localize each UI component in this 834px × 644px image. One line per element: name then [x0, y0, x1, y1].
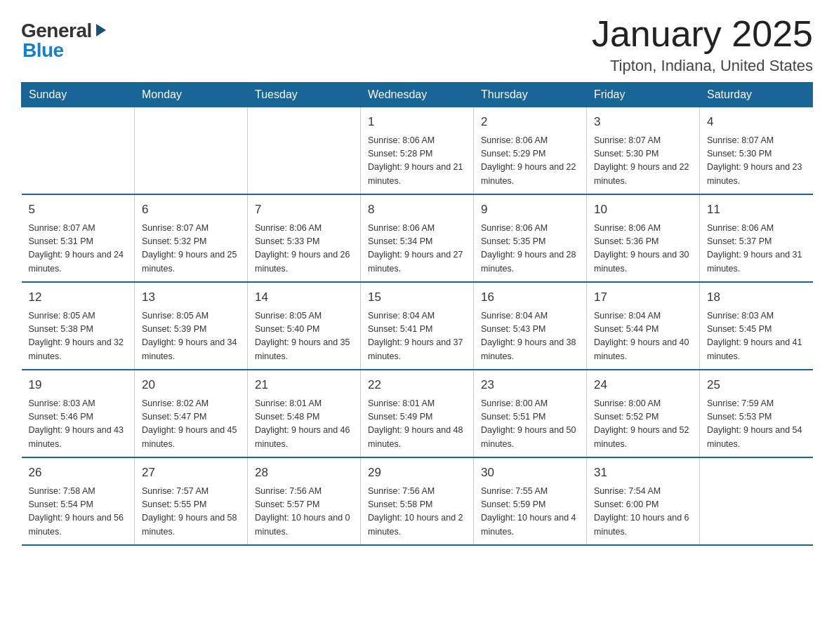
- day-number: 28: [255, 464, 353, 482]
- day-info-text: Sunrise: 8:02 AMSunset: 5:47 PMDaylight:…: [142, 397, 240, 452]
- calendar-day-cell: 1Sunrise: 8:06 AMSunset: 5:28 PMDaylight…: [361, 107, 474, 195]
- day-number: 31: [594, 464, 692, 482]
- calendar-table: SundayMondayTuesdayWednesdayThursdayFrid…: [21, 82, 813, 546]
- calendar-day-cell: 11Sunrise: 8:06 AMSunset: 5:37 PMDayligh…: [700, 194, 813, 282]
- day-number: 27: [142, 464, 240, 482]
- calendar-day-cell: 21Sunrise: 8:01 AMSunset: 5:48 PMDayligh…: [248, 370, 361, 457]
- day-info-text: Sunrise: 8:04 AMSunset: 5:43 PMDaylight:…: [481, 309, 579, 364]
- calendar-week-row: 1Sunrise: 8:06 AMSunset: 5:28 PMDaylight…: [22, 107, 813, 195]
- day-info-text: Sunrise: 7:56 AMSunset: 5:58 PMDaylight:…: [368, 485, 466, 539]
- calendar-week-row: 12Sunrise: 8:05 AMSunset: 5:38 PMDayligh…: [22, 282, 813, 370]
- calendar-day-cell: 8Sunrise: 8:06 AMSunset: 5:34 PMDaylight…: [361, 194, 474, 282]
- day-info-text: Sunrise: 8:05 AMSunset: 5:40 PMDaylight:…: [255, 309, 353, 364]
- day-info-text: Sunrise: 8:05 AMSunset: 5:38 PMDaylight:…: [29, 309, 128, 364]
- day-number: 8: [368, 201, 466, 219]
- day-info-text: Sunrise: 8:04 AMSunset: 5:41 PMDaylight:…: [368, 309, 466, 364]
- day-number: 13: [142, 288, 240, 307]
- day-info-text: Sunrise: 8:01 AMSunset: 5:48 PMDaylight:…: [255, 397, 353, 452]
- calendar-day-cell: 23Sunrise: 8:00 AMSunset: 5:51 PMDayligh…: [474, 370, 587, 457]
- day-number: 15: [368, 288, 466, 307]
- day-of-week-header: Sunday: [22, 83, 135, 107]
- logo-blue-text: Blue: [22, 41, 64, 60]
- day-info-text: Sunrise: 8:06 AMSunset: 5:34 PMDaylight:…: [368, 222, 466, 276]
- calendar-day-cell: 20Sunrise: 8:02 AMSunset: 5:47 PMDayligh…: [135, 370, 248, 457]
- calendar-day-cell: 30Sunrise: 7:55 AMSunset: 5:59 PMDayligh…: [474, 457, 587, 545]
- day-info-text: Sunrise: 8:01 AMSunset: 5:49 PMDaylight:…: [368, 397, 466, 452]
- day-info-text: Sunrise: 8:03 AMSunset: 5:45 PMDaylight:…: [707, 309, 806, 364]
- day-number: 25: [707, 376, 806, 394]
- calendar-day-cell: 17Sunrise: 8:04 AMSunset: 5:44 PMDayligh…: [587, 282, 700, 370]
- day-info-text: Sunrise: 8:06 AMSunset: 5:36 PMDaylight:…: [594, 222, 692, 276]
- calendar-day-cell: 25Sunrise: 7:59 AMSunset: 5:53 PMDayligh…: [700, 370, 813, 457]
- day-info-text: Sunrise: 8:00 AMSunset: 5:52 PMDaylight:…: [594, 397, 692, 452]
- calendar-day-cell: 19Sunrise: 8:03 AMSunset: 5:46 PMDayligh…: [22, 370, 135, 457]
- svg-marker-0: [96, 24, 106, 36]
- calendar-header: SundayMondayTuesdayWednesdayThursdayFrid…: [22, 83, 813, 107]
- calendar-day-cell: 10Sunrise: 8:06 AMSunset: 5:36 PMDayligh…: [587, 194, 700, 282]
- day-info-text: Sunrise: 8:07 AMSunset: 5:31 PMDaylight:…: [29, 222, 128, 276]
- day-of-week-header: Thursday: [474, 83, 587, 107]
- day-number: 16: [481, 288, 579, 307]
- calendar-day-cell: 15Sunrise: 8:04 AMSunset: 5:41 PMDayligh…: [361, 282, 474, 370]
- day-number: 2: [481, 113, 579, 131]
- day-info-text: Sunrise: 7:55 AMSunset: 5:59 PMDaylight:…: [481, 485, 579, 539]
- day-info-text: Sunrise: 8:03 AMSunset: 5:46 PMDaylight:…: [29, 397, 128, 452]
- day-info-text: Sunrise: 7:56 AMSunset: 5:57 PMDaylight:…: [255, 485, 353, 539]
- day-number: 23: [481, 376, 579, 394]
- calendar-day-cell: 4Sunrise: 8:07 AMSunset: 5:30 PMDaylight…: [700, 107, 813, 195]
- month-year-title: January 2025: [592, 14, 813, 54]
- day-of-week-header: Monday: [135, 83, 248, 107]
- calendar-week-row: 5Sunrise: 8:07 AMSunset: 5:31 PMDaylight…: [22, 194, 813, 282]
- calendar-day-cell: 14Sunrise: 8:05 AMSunset: 5:40 PMDayligh…: [248, 282, 361, 370]
- day-info-text: Sunrise: 8:07 AMSunset: 5:30 PMDaylight:…: [594, 134, 692, 189]
- day-number: 5: [29, 201, 128, 219]
- page-header: General Blue January 2025 Tipton, Indian…: [21, 14, 813, 75]
- day-of-week-header: Saturday: [700, 83, 813, 107]
- day-of-week-header: Friday: [587, 83, 700, 107]
- day-info-text: Sunrise: 7:54 AMSunset: 6:00 PMDaylight:…: [594, 485, 692, 539]
- day-number: 7: [255, 201, 353, 219]
- day-of-week-header: Wednesday: [361, 83, 474, 107]
- day-number: 19: [29, 376, 128, 394]
- day-info-text: Sunrise: 8:04 AMSunset: 5:44 PMDaylight:…: [594, 309, 692, 364]
- calendar-day-cell: 28Sunrise: 7:56 AMSunset: 5:57 PMDayligh…: [248, 457, 361, 545]
- days-of-week-row: SundayMondayTuesdayWednesdayThursdayFrid…: [22, 83, 813, 107]
- day-number: 30: [481, 464, 579, 482]
- calendar-day-cell: 6Sunrise: 8:07 AMSunset: 5:32 PMDaylight…: [135, 194, 248, 282]
- calendar-day-cell: 26Sunrise: 7:58 AMSunset: 5:54 PMDayligh…: [22, 457, 135, 545]
- day-info-text: Sunrise: 7:58 AMSunset: 5:54 PMDaylight:…: [29, 485, 128, 539]
- calendar-day-cell: 7Sunrise: 8:06 AMSunset: 5:33 PMDaylight…: [248, 194, 361, 282]
- day-info-text: Sunrise: 8:06 AMSunset: 5:37 PMDaylight:…: [707, 222, 806, 276]
- day-number: 1: [368, 113, 466, 131]
- calendar-week-row: 19Sunrise: 8:03 AMSunset: 5:46 PMDayligh…: [22, 370, 813, 457]
- day-number: 17: [594, 288, 692, 307]
- day-info-text: Sunrise: 8:06 AMSunset: 5:35 PMDaylight:…: [481, 222, 579, 276]
- day-info-text: Sunrise: 7:57 AMSunset: 5:55 PMDaylight:…: [142, 485, 240, 539]
- day-info-text: Sunrise: 8:06 AMSunset: 5:29 PMDaylight:…: [481, 134, 579, 189]
- calendar-day-cell: 5Sunrise: 8:07 AMSunset: 5:31 PMDaylight…: [22, 194, 135, 282]
- calendar-day-cell: 18Sunrise: 8:03 AMSunset: 5:45 PMDayligh…: [700, 282, 813, 370]
- calendar-day-cell: 24Sunrise: 8:00 AMSunset: 5:52 PMDayligh…: [587, 370, 700, 457]
- calendar-week-row: 26Sunrise: 7:58 AMSunset: 5:54 PMDayligh…: [22, 457, 813, 545]
- calendar-day-cell: 13Sunrise: 8:05 AMSunset: 5:39 PMDayligh…: [135, 282, 248, 370]
- calendar-day-cell: [135, 107, 248, 195]
- day-number: 26: [29, 464, 128, 482]
- day-info-text: Sunrise: 8:07 AMSunset: 5:30 PMDaylight:…: [707, 134, 806, 189]
- day-number: 22: [368, 376, 466, 394]
- day-number: 21: [255, 376, 353, 394]
- day-info-text: Sunrise: 8:06 AMSunset: 5:33 PMDaylight:…: [255, 222, 353, 276]
- calendar-day-cell: 31Sunrise: 7:54 AMSunset: 6:00 PMDayligh…: [587, 457, 700, 545]
- calendar-day-cell: 27Sunrise: 7:57 AMSunset: 5:55 PMDayligh…: [135, 457, 248, 545]
- day-number: 14: [255, 288, 353, 307]
- day-number: 12: [29, 288, 128, 307]
- day-number: 10: [594, 201, 692, 219]
- day-info-text: Sunrise: 8:00 AMSunset: 5:51 PMDaylight:…: [481, 397, 579, 452]
- day-number: 4: [707, 113, 806, 131]
- day-number: 9: [481, 201, 579, 219]
- logo: General Blue: [21, 21, 109, 60]
- calendar-day-cell: 3Sunrise: 8:07 AMSunset: 5:30 PMDaylight…: [587, 107, 700, 195]
- day-number: 20: [142, 376, 240, 394]
- calendar-day-cell: [248, 107, 361, 195]
- calendar-day-cell: 16Sunrise: 8:04 AMSunset: 5:43 PMDayligh…: [474, 282, 587, 370]
- day-number: 18: [707, 288, 806, 307]
